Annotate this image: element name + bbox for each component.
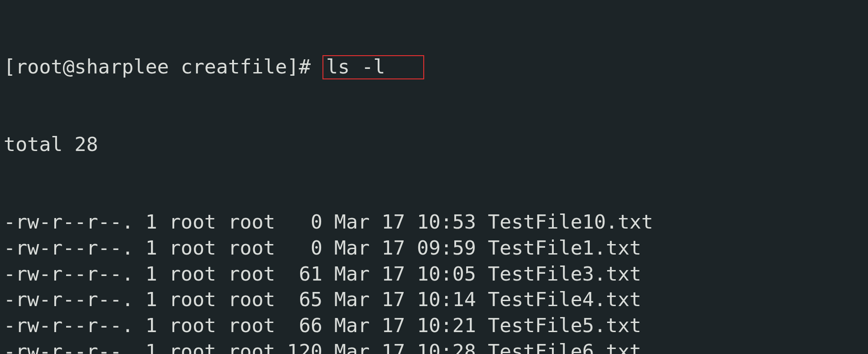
file-row: -rw-r--r--. 1 root root 120 Mar 17 10:28… [4,338,864,354]
file-row: -rw-r--r--. 1 root root 0 Mar 17 09:59 T… [4,235,864,261]
file-row: -rw-r--r--. 1 root root 66 Mar 17 10:21 … [4,312,864,338]
shell-prompt: [root@sharplee creatfile]# [4,55,322,78]
file-listing: -rw-r--r--. 1 root root 0 Mar 17 10:53 T… [4,209,864,354]
command-text: ls -l [326,55,385,78]
prompt-line-1: [root@sharplee creatfile]# ls -l [4,54,864,80]
command-highlight: ls -l [322,55,424,79]
file-row: -rw-r--r--. 1 root root 0 Mar 17 10:53 T… [4,209,864,235]
total-line: total 28 [4,131,864,157]
file-row: -rw-r--r--. 1 root root 61 Mar 17 10:05 … [4,261,864,287]
terminal[interactable]: [root@sharplee creatfile]# ls -l total 2… [0,0,868,354]
file-row: -rw-r--r--. 1 root root 65 Mar 17 10:14 … [4,286,864,312]
